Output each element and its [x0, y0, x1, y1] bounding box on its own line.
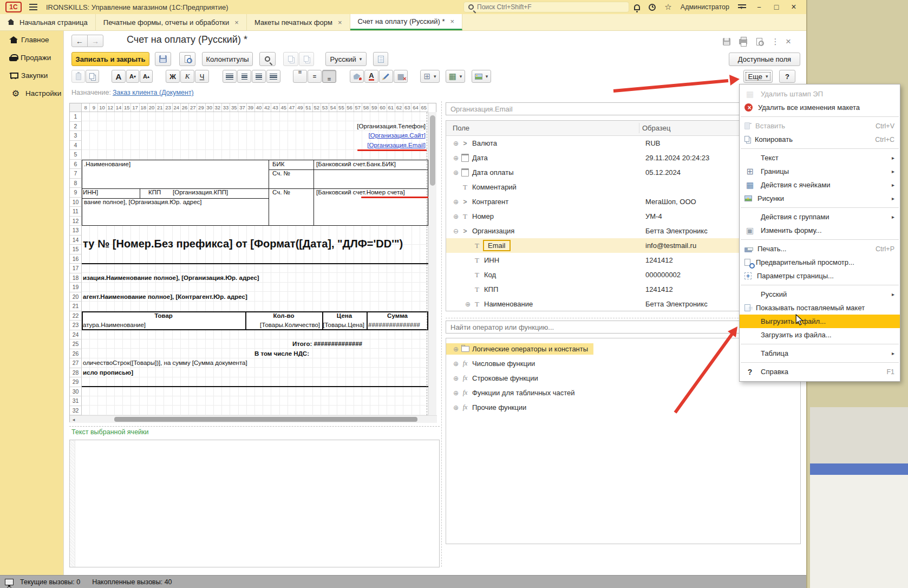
panel-splitter[interactable] — [441, 101, 442, 567]
sheet-cell[interactable]: [Организация.КПП] — [173, 188, 228, 198]
language-dropdown[interactable]: Русский — [325, 52, 367, 66]
sheet-cell[interactable]: Кол-во — [245, 311, 322, 321]
tab-close-icon[interactable] — [450, 17, 454, 25]
expand-icon[interactable]: ⊕ — [452, 154, 460, 162]
column-header[interactable]: 58 — [362, 103, 370, 112]
row-header[interactable]: 31 — [70, 396, 82, 406]
close-window-button[interactable] — [789, 2, 798, 12]
sheet-cell[interactable]: [Товары.Цена] — [323, 321, 364, 330]
sheet-cell[interactable]: Сумма — [367, 311, 428, 321]
expand-icon[interactable]: ⊖ — [452, 227, 460, 235]
expand-icon[interactable]: ⊕ — [452, 389, 460, 397]
row-header[interactable]: 17 — [70, 264, 82, 273]
column-header[interactable]: 57 — [354, 103, 362, 112]
align-right-button[interactable] — [252, 70, 266, 83]
sheet-cell[interactable]: .Наименование] — [84, 160, 130, 169]
column-header[interactable]: 64 — [411, 103, 420, 112]
maximize-button[interactable] — [772, 3, 781, 11]
column-header[interactable]: 21 — [156, 103, 164, 112]
expand-icon[interactable]: ⊕ — [452, 404, 460, 411]
sheet-cell[interactable]: [Банковский счет.Номер счета] — [316, 188, 405, 198]
column-header[interactable]: 49 — [296, 103, 304, 112]
align-justify-button[interactable] — [266, 70, 280, 83]
column-header[interactable]: 35 — [230, 103, 238, 112]
bold-button[interactable]: Ж — [166, 70, 180, 83]
menu-item[interactable]: Показывать поставляемый макет — [740, 301, 900, 315]
valign-bottom-button[interactable]: = — [322, 70, 336, 83]
template-spreadsheet[interactable]: 8910121415171820212324262729303233353739… — [69, 103, 436, 422]
menu-item[interactable]: Печать... Ctrl+P — [740, 242, 900, 256]
sheet-cell[interactable]: [Организация.Телефон] — [357, 122, 426, 132]
italic-button[interactable]: К — [180, 70, 194, 83]
save-button[interactable] — [155, 52, 171, 66]
selected-cell-text-area[interactable] — [69, 440, 440, 567]
expand-icon[interactable]: ⊕ — [452, 213, 460, 220]
row-header[interactable]: 8 — [70, 179, 82, 188]
user-name[interactable]: Администратор — [681, 3, 729, 11]
sheet-grid[interactable]: [Организация.Телефон][Организация.Сайт][… — [82, 112, 428, 415]
row-header[interactable]: 26 — [70, 349, 82, 359]
tab[interactable]: Счет на оплату (Русский) * — [350, 14, 463, 30]
tab[interactable]: Начальная страница — [0, 14, 96, 30]
sheet-cell[interactable]: Итого: ############## — [292, 339, 362, 349]
column-header[interactable]: 59 — [370, 103, 378, 112]
sidebar-item[interactable]: Главное — [0, 31, 63, 49]
menu-item[interactable]: Предварительный просмотр... — [740, 256, 900, 269]
sheet-cell[interactable]: [Банковский счет.Банк.БИК] — [316, 160, 396, 169]
row-header[interactable]: 23 — [70, 321, 82, 330]
expand-icon[interactable]: ⊕ — [452, 360, 460, 368]
menu-item[interactable]: Параметры страницы... — [740, 269, 900, 283]
column-header[interactable]: 56 — [346, 103, 354, 112]
sample-column-header[interactable]: Образец — [642, 124, 670, 132]
column-header[interactable]: 55 — [337, 103, 345, 112]
form-preview-icon[interactable] — [753, 37, 765, 47]
column-header[interactable]: 39 — [247, 103, 255, 112]
row-header[interactable]: 30 — [70, 387, 82, 397]
align-left-button[interactable] — [223, 70, 237, 83]
page-view-button[interactable] — [373, 52, 388, 66]
column-header[interactable]: 17 — [131, 103, 139, 112]
font-color-button[interactable]: А — [364, 70, 378, 83]
nav-back-button[interactable] — [71, 35, 88, 47]
column-header[interactable]: 23 — [164, 103, 172, 112]
form-close-icon[interactable] — [782, 37, 794, 47]
sheet-cell[interactable]: исло прописью] — [83, 368, 133, 378]
row-header[interactable]: 15 — [70, 245, 82, 254]
form-print-icon[interactable] — [737, 37, 749, 47]
column-header[interactable]: 14 — [115, 103, 123, 112]
row-header[interactable]: 19 — [70, 283, 82, 292]
column-header[interactable]: 37 — [238, 103, 246, 112]
purpose-link[interactable]: Заказ клиента (Документ) — [113, 89, 194, 96]
copy-style-button[interactable] — [283, 52, 298, 66]
column-header[interactable]: 15 — [123, 103, 131, 112]
column-header[interactable]: 8 — [82, 103, 90, 112]
underline-button[interactable]: Ч — [195, 70, 209, 83]
available-fields-button[interactable]: Доступные поля — [729, 53, 800, 66]
favorites-icon[interactable] — [664, 2, 671, 12]
column-header[interactable]: 40 — [255, 103, 263, 112]
column-header[interactable]: 45 — [280, 103, 288, 112]
1c-logo-icon[interactable]: 1С — [5, 2, 22, 12]
sheet-cell[interactable]: БИК — [272, 160, 285, 169]
font-larger-button[interactable]: А▴ — [140, 70, 153, 83]
expand-icon[interactable]: ⊕ — [452, 169, 460, 177]
sheet-cell[interactable]: Сч. № — [272, 188, 290, 198]
row-header[interactable]: 6 — [70, 160, 82, 169]
picture-dropdown[interactable] — [472, 70, 491, 83]
row-header[interactable]: 20 — [70, 292, 82, 302]
menu-item[interactable]: Рисунки — [740, 192, 900, 205]
paste-style-button[interactable] — [299, 52, 314, 66]
row-header[interactable]: 22 — [70, 311, 82, 321]
font-button[interactable]: А — [112, 70, 126, 83]
sidebar-item[interactable]: Настройки — [0, 84, 63, 102]
column-header[interactable]: 65 — [420, 103, 428, 112]
field-column-header[interactable]: Поле — [453, 124, 469, 132]
sheet-cell[interactable]: агент.Наименование полное], [Контрагент.… — [83, 292, 247, 302]
sheet-cell[interactable]: ИНН] — [83, 188, 98, 198]
menu-item[interactable]: Вставить Ctrl+V — [740, 119, 900, 133]
row-header[interactable]: 25 — [70, 339, 82, 349]
border-color-button[interactable] — [379, 70, 393, 83]
menu-item[interactable]: Выгрузить в файл... — [740, 315, 900, 328]
column-header[interactable]: 18 — [140, 103, 148, 112]
row-header[interactable]: 13 — [70, 226, 82, 236]
